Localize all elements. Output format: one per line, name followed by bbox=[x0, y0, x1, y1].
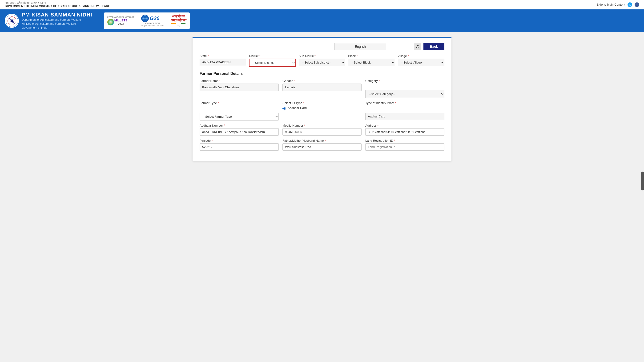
millets-label: INTERNATIONAL YEAR OF bbox=[107, 16, 134, 18]
personal-row-3: Aadhaar Number * Mobile Number * Address… bbox=[200, 124, 444, 136]
pincode-label: Pincode * bbox=[200, 139, 279, 142]
skip-main-link[interactable]: Skip to Main Content bbox=[597, 3, 625, 6]
ministry-info: भारत सरकार कृषि एवं किसान कल्याण मंत्राल… bbox=[5, 2, 110, 8]
header-logos-box: INTERNATIONAL YEAR OF 🌾 MILLETS 2023 G20 bbox=[104, 12, 190, 29]
identity-proof-label: Type of Identity Proof * bbox=[365, 101, 444, 105]
g20-globe-icon bbox=[141, 14, 149, 22]
village-field: Village * --Select Village-- bbox=[398, 54, 444, 67]
subdistrict-select[interactable]: --Select Sub district-- bbox=[299, 58, 345, 66]
aadhaar-label: Aadhaar Number * bbox=[200, 124, 279, 127]
location-row: State * ANDHRA PRADESH District * --Sele… bbox=[200, 54, 444, 67]
aadhaar-radio-label: Aadhaar Card bbox=[288, 106, 307, 110]
father-name-required: * bbox=[324, 139, 326, 142]
land-reg-required: * bbox=[394, 139, 395, 142]
id-type-label: Select ID Type * bbox=[282, 101, 362, 105]
language-select[interactable]: English bbox=[334, 43, 386, 50]
mobile-input[interactable] bbox=[282, 128, 362, 136]
district-required: * bbox=[260, 54, 260, 58]
site-subtitle-3: Government of India bbox=[22, 26, 92, 30]
aadhaar-radio[interactable] bbox=[282, 106, 286, 110]
site-header: PM KISAN SAMMAN NIDHI Department of Agri… bbox=[0, 10, 644, 32]
back-button[interactable]: Back bbox=[424, 43, 444, 50]
state-value[interactable]: ANDHRA PRADESH bbox=[200, 58, 246, 66]
farmer-type-required: * bbox=[218, 101, 219, 105]
id-type-required: * bbox=[303, 101, 304, 105]
block-select[interactable]: --Select Block-- bbox=[348, 58, 395, 66]
land-reg-input[interactable] bbox=[365, 143, 444, 151]
address-required: * bbox=[377, 124, 378, 127]
block-required: * bbox=[356, 54, 358, 58]
azadi-line2: अमृत महोत्सव bbox=[171, 18, 186, 22]
divider-1 bbox=[138, 16, 138, 26]
print-icon[interactable]: 🖨 bbox=[414, 43, 421, 50]
district-field: District * --Select District-- bbox=[249, 54, 296, 67]
address-field: Address * bbox=[365, 124, 444, 136]
farmer-type-field: Farmer Type * --Select Farmer Type- bbox=[200, 101, 279, 120]
twitter-icon[interactable]: 𝕏 bbox=[628, 2, 632, 7]
azadi-line1: आज़ादी का bbox=[171, 14, 186, 18]
gender-field: Gender * bbox=[282, 79, 362, 98]
g20-logo: G20 भारत 2023 INDIA एक पृथ्वी • एक परिवा… bbox=[141, 14, 164, 27]
land-reg-field: Land Registration ID * bbox=[365, 139, 444, 151]
pincode-required: * bbox=[212, 139, 213, 142]
g20-sub: भारत 2023 INDIA bbox=[141, 22, 164, 25]
district-select[interactable]: --Select District-- bbox=[249, 58, 296, 67]
g20-label: G20 bbox=[150, 16, 160, 21]
millets-emblem: 🌾 bbox=[107, 19, 114, 26]
tricolor-white bbox=[176, 23, 181, 24]
category-required: * bbox=[378, 79, 380, 82]
state-field: State * ANDHRA PRADESH bbox=[200, 54, 246, 67]
father-name-label: Father/Mother/Husband Name * bbox=[282, 139, 362, 142]
farmer-type-label: Farmer Type * bbox=[200, 101, 279, 105]
village-select[interactable]: --Select Village-- bbox=[398, 58, 444, 66]
divider-2 bbox=[167, 16, 167, 26]
identity-proof-input[interactable] bbox=[365, 113, 444, 120]
land-reg-label: Land Registration ID * bbox=[365, 139, 444, 142]
subdistrict-label: Sub-District * bbox=[299, 54, 345, 58]
state-required: * bbox=[208, 54, 209, 58]
tricolor-orange bbox=[171, 23, 176, 24]
block-label: Block * bbox=[348, 54, 395, 58]
azadi-sub: 75 bbox=[171, 25, 186, 27]
subdistrict-required: * bbox=[316, 54, 316, 58]
district-label: District * bbox=[249, 54, 296, 58]
personal-row-1: Farmer Name * Gender * Category * bbox=[200, 79, 444, 98]
state-label: State * bbox=[200, 54, 246, 58]
facebook-icon[interactable]: f bbox=[634, 2, 639, 7]
father-name-input[interactable] bbox=[282, 143, 362, 151]
id-type-field: Select ID Type * Aadhaar Card bbox=[282, 101, 362, 120]
address-input[interactable] bbox=[365, 128, 444, 136]
aadhaar-input[interactable] bbox=[200, 128, 279, 136]
form-container: English 🖨 Back State * ANDHRA PRADESH Di… bbox=[192, 38, 452, 161]
farmer-name-required: * bbox=[219, 79, 220, 82]
personal-row-4: Pincode * Father/Mother/Husband Name * L… bbox=[200, 139, 444, 151]
back-btn-area: 🖨 Back bbox=[414, 43, 444, 50]
top-nav: भारत सरकार कृषि एवं किसान कल्याण मंत्राल… bbox=[0, 0, 644, 10]
aadhaar-required: * bbox=[224, 124, 225, 127]
identity-proof-field: Type of Identity Proof * bbox=[365, 101, 444, 120]
mobile-field: Mobile Number * bbox=[282, 124, 362, 136]
personal-row-2: Farmer Type * --Select Farmer Type- Sele… bbox=[200, 101, 444, 120]
farmer-name-field: Farmer Name * bbox=[200, 79, 279, 98]
g20-sub2: एक पृथ्वी • एक परिवार • एक भविष्य bbox=[141, 25, 164, 27]
tricolor-green bbox=[181, 23, 186, 24]
site-subtitle-1: Department of Agriculture and Farmers We… bbox=[22, 18, 92, 22]
site-subtitle-2: Ministry of Agriculture and Farmers Welf… bbox=[22, 22, 92, 26]
gender-input[interactable] bbox=[282, 84, 362, 91]
pincode-input[interactable] bbox=[200, 143, 279, 151]
section-title: Farmer Personal Details bbox=[200, 72, 444, 76]
category-select[interactable]: --Select Category-- bbox=[365, 90, 444, 98]
farmer-name-input[interactable] bbox=[200, 84, 279, 91]
ashoka-emblem bbox=[5, 14, 19, 28]
top-nav-right: Skip to Main Content 𝕏 f bbox=[597, 2, 639, 7]
father-name-field: Father/Mother/Husband Name * bbox=[282, 139, 362, 151]
id-type-radio-group: Aadhaar Card bbox=[282, 106, 362, 110]
village-required: * bbox=[408, 54, 409, 58]
gender-required: * bbox=[294, 79, 295, 82]
farmer-name-label: Farmer Name * bbox=[200, 79, 279, 82]
farmer-type-select[interactable]: --Select Farmer Type- bbox=[200, 113, 279, 120]
aadhaar-field: Aadhaar Number * bbox=[200, 124, 279, 136]
main-content: English 🖨 Back State * ANDHRA PRADESH Di… bbox=[192, 37, 452, 161]
language-wrapper[interactable]: English bbox=[307, 43, 414, 50]
site-title: PM KISAN SAMMAN NIDHI bbox=[22, 12, 92, 18]
